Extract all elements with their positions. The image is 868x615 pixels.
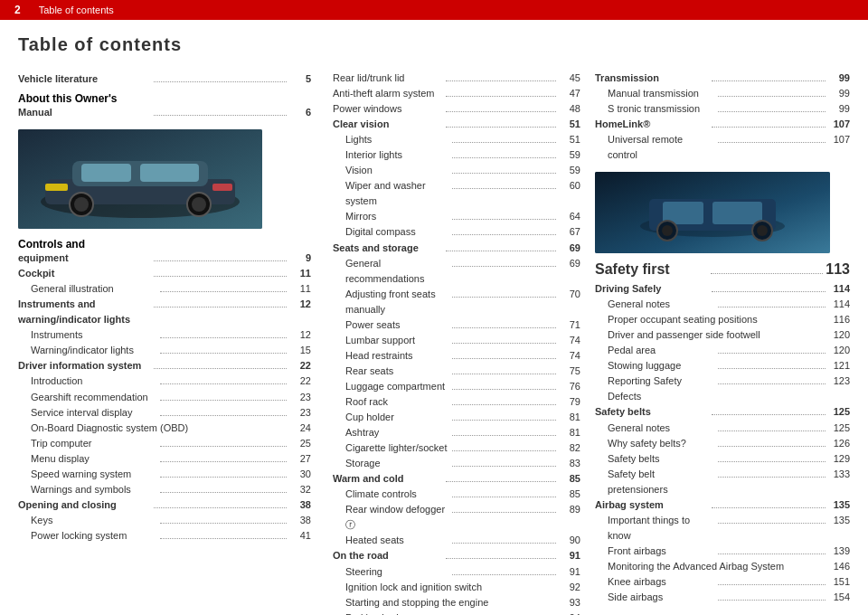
toc-entry: Warm and cold85 bbox=[333, 471, 580, 487]
toc-entry: Proper occupant seating positions116 bbox=[595, 312, 850, 327]
toc-entry: Safety belt pretensioners133 bbox=[595, 467, 850, 497]
toc-dots bbox=[446, 481, 556, 482]
toc-label: On-Board Diagnostic system (OBD) bbox=[31, 421, 289, 436]
toc-label: Storage bbox=[345, 456, 449, 471]
toc-dots bbox=[446, 127, 556, 128]
toc-page-number: 59 bbox=[559, 163, 580, 178]
toc-label: General illustration bbox=[31, 281, 157, 297]
toc-entry: S tronic transmission99 bbox=[595, 101, 850, 117]
toc-label: Heated seats bbox=[345, 533, 449, 548]
toc-entry: General illustration11 bbox=[18, 281, 311, 297]
toc-label: Trip computer bbox=[31, 436, 157, 451]
toc-page-number: 38 bbox=[289, 513, 311, 528]
toc-label: Stowing luggage bbox=[608, 358, 715, 374]
toc-entry: Side airbags154 bbox=[595, 590, 850, 605]
toc-section-label: Driving Safely bbox=[595, 281, 709, 297]
toc-label: Rear seats bbox=[345, 364, 449, 379]
toc-entry: Starting and stopping the engine93 bbox=[333, 595, 580, 610]
toc-dots bbox=[160, 337, 287, 338]
toc-page: 5 bbox=[289, 71, 311, 87]
car-image bbox=[18, 129, 262, 229]
toc-entry: Rear lid/trunk lid45 bbox=[333, 71, 580, 86]
toc-label: Manual bbox=[18, 105, 151, 120]
toc-page-number: 93 bbox=[559, 595, 580, 610]
toc-page-number: 41 bbox=[289, 528, 311, 544]
toc-label: Roof rack bbox=[345, 394, 449, 410]
toc-page-number: 99 bbox=[828, 101, 850, 117]
toc-section-label: Seats and storage bbox=[333, 241, 443, 256]
toc-label: General notes bbox=[608, 297, 715, 312]
toc-dots bbox=[154, 368, 287, 369]
toc-page-number: 151 bbox=[828, 574, 850, 590]
toc-dots bbox=[718, 554, 826, 554]
toc-label: Monitoring the Advanced Airbag System bbox=[608, 559, 828, 574]
toc-dots bbox=[711, 273, 824, 274]
toc-entry: On-Board Diagnostic system (OBD)24 bbox=[18, 421, 311, 436]
toc-page-number: 135 bbox=[828, 513, 850, 528]
svg-rect-16 bbox=[712, 202, 762, 224]
toc-label: Universal remote control bbox=[608, 132, 715, 163]
toc-entry: Why safety belts?126 bbox=[595, 436, 850, 451]
toc-entry: Instruments12 bbox=[18, 327, 311, 343]
toc-label: Digital compass bbox=[345, 224, 449, 240]
toc-label: Adjusting front seats manually bbox=[345, 287, 449, 317]
toc-dots bbox=[160, 523, 287, 524]
toc-page-number: 146 bbox=[828, 559, 850, 574]
toc-entry: Digital compass67 bbox=[333, 224, 580, 240]
toc-dots bbox=[452, 497, 556, 497]
svg-rect-5 bbox=[140, 164, 199, 182]
toc-entry: Instruments and warning/indicator lights… bbox=[18, 297, 311, 327]
toc-dots bbox=[718, 368, 826, 369]
toc-page: 125 bbox=[828, 404, 850, 420]
toc-section-label: Transmission bbox=[595, 71, 709, 86]
toc-page: 6 bbox=[289, 105, 311, 120]
toc-dots bbox=[452, 343, 556, 344]
toc-entry: Ashtray81 bbox=[333, 425, 580, 440]
toc-label: Manual transmission bbox=[608, 86, 715, 101]
toc-page: 135 bbox=[828, 497, 850, 513]
toc-entry: General notes114 bbox=[595, 297, 850, 312]
toc-page-number: 81 bbox=[559, 425, 580, 440]
toc-page: 9 bbox=[289, 251, 311, 266]
toc-page-number: 120 bbox=[828, 343, 850, 358]
toc-page-number: 59 bbox=[559, 147, 580, 163]
toc-label: Pedal area bbox=[608, 343, 715, 358]
toc-dots bbox=[712, 507, 826, 508]
toc-dots bbox=[452, 574, 556, 575]
toc-page-number: 99 bbox=[828, 86, 850, 101]
toc-page-number: 133 bbox=[828, 467, 850, 482]
toc-entry: Roof rack79 bbox=[333, 394, 580, 410]
toc-page-number: 64 bbox=[559, 209, 580, 224]
toc-page-number: 81 bbox=[559, 410, 580, 425]
toc-label: General recommendations bbox=[345, 256, 449, 287]
right-column: Transmission99Manual transmission99S tro… bbox=[588, 34, 850, 597]
toc-label: Gearshift recommendation bbox=[31, 390, 157, 405]
toc-dots bbox=[712, 127, 826, 128]
toc-dots bbox=[452, 450, 556, 451]
toc-dots bbox=[452, 157, 556, 158]
page-header: 2 Table of contents bbox=[0, 0, 868, 20]
toc-page-number: 23 bbox=[289, 405, 311, 421]
toc-label: Parking brake bbox=[345, 610, 449, 615]
toc-page-number: 25 bbox=[289, 436, 311, 451]
toc-entry: Rear window defogger ⓡ89 bbox=[333, 502, 580, 533]
toc-dots bbox=[446, 558, 556, 559]
safety-first-page: 113 bbox=[826, 259, 850, 281]
left-column: Table of contents Vehicle literature5Abo… bbox=[18, 34, 326, 597]
toc-page-number: 15 bbox=[289, 343, 311, 358]
toc-label: Side airbags bbox=[608, 590, 715, 605]
toc-dots bbox=[160, 400, 287, 401]
svg-point-18 bbox=[662, 225, 673, 236]
toc-page: 38 bbox=[289, 497, 311, 513]
toc-dots bbox=[160, 461, 287, 462]
toc-dots bbox=[718, 523, 826, 524]
toc-entry: Head restraints74 bbox=[333, 348, 580, 364]
toc-section-label: Clear vision bbox=[333, 117, 443, 132]
toc-entry: Cigarette lighter/socket82 bbox=[333, 440, 580, 456]
toc-page-number: 74 bbox=[559, 333, 580, 348]
toc-label: Service interval display bbox=[31, 405, 157, 421]
toc-dots bbox=[452, 512, 556, 513]
toc-entry: On the road91 bbox=[333, 548, 580, 563]
toc-entry: Interior lights59 bbox=[333, 147, 580, 163]
toc-page-number: 48 bbox=[559, 101, 580, 117]
